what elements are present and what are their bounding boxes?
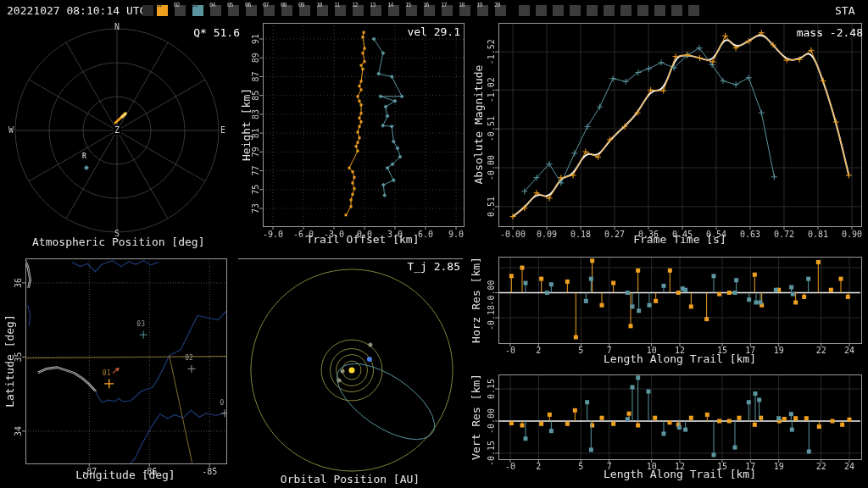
frame-box-number: 17	[441, 3, 446, 8]
panel-horz-residuals	[468, 252, 868, 363]
frame-box-extra-5[interactable]	[587, 5, 598, 16]
frame-box-extra-1[interactable]	[519, 5, 530, 16]
frame-box-04[interactable]: 04	[210, 5, 221, 16]
frame-box-01[interactable]: 01	[157, 5, 168, 16]
panel-orbital-position	[238, 252, 464, 488]
frame-box-19[interactable]: 19	[477, 5, 488, 16]
panel-absolute-magnitude	[468, 21, 868, 252]
frame-box-number: 06	[245, 3, 250, 8]
frame-box-number: 12	[352, 3, 357, 8]
frame-box-number: 15	[405, 3, 410, 8]
frame-box-15[interactable]: 15	[406, 5, 417, 16]
frame-box-number: 02	[174, 3, 179, 8]
frame-box-number: 20	[494, 3, 499, 8]
frame-box-extra-4[interactable]	[570, 5, 581, 16]
frame-box-number: 03	[192, 3, 197, 8]
frame-box-08[interactable]: 08	[281, 5, 292, 16]
frame-box-14[interactable]: 14	[388, 5, 399, 16]
frame-box-extra-9[interactable]	[654, 5, 665, 16]
frame-box-extra-8[interactable]	[637, 5, 648, 16]
frame-box-16[interactable]: 16	[424, 5, 435, 16]
frame-box-05[interactable]: 05	[228, 5, 239, 16]
frame-box-18[interactable]: 18	[459, 5, 470, 16]
frame-box-11[interactable]: 11	[335, 5, 346, 16]
frame-box-extra-7[interactable]	[620, 5, 632, 16]
station-label: STA	[835, 4, 854, 17]
frame-box-extra-2[interactable]	[536, 5, 547, 16]
frame-box-03[interactable]: 03	[192, 5, 203, 16]
frame-box-extra-6[interactable]	[604, 5, 615, 16]
frame-box-number: 13	[370, 3, 375, 8]
frame-box-extra-10[interactable]	[671, 5, 682, 16]
frame-box-number: 11	[334, 3, 339, 8]
frame-box-number: 19	[476, 3, 481, 8]
panel-atmospheric-position	[0, 21, 241, 252]
frame-box-number: 08	[281, 3, 286, 8]
panel-ground-map	[0, 252, 237, 488]
frame-box-number: 10	[316, 3, 321, 8]
frame-box-06[interactable]: 06	[246, 5, 257, 16]
frame-box-12[interactable]: 12	[353, 5, 364, 16]
timestamp: 20221027 08:10:14 UTC	[7, 4, 146, 17]
frame-box-20[interactable]: 20	[495, 5, 506, 16]
frame-box-number: 16	[423, 3, 428, 8]
top-bar: 20221027 08:10:14 UTC 010203040506070809…	[0, 0, 868, 21]
frame-box-number: 18	[459, 3, 464, 8]
frame-box-09[interactable]: 09	[299, 5, 310, 16]
frame-box-17[interactable]: 17	[442, 5, 453, 16]
frame-box-number: 09	[298, 3, 303, 8]
frame-box-10[interactable]: 10	[317, 5, 328, 16]
frame-box-07[interactable]: 07	[264, 5, 275, 16]
frame-box-extra-11[interactable]	[688, 5, 699, 16]
frame-box-number: 01	[156, 3, 161, 8]
frame-box-number: 04	[209, 3, 214, 8]
frame-box-number: 05	[227, 3, 232, 8]
frame-box-extra-3[interactable]	[553, 5, 564, 16]
frame-box-13[interactable]: 13	[370, 5, 381, 16]
app-screen: 20221027 08:10:14 UTC 010203040506070809…	[0, 0, 868, 488]
panel-trail-offset	[238, 21, 464, 252]
frame-box-blank[interactable]	[142, 5, 153, 16]
frame-box-02[interactable]: 02	[175, 5, 186, 16]
frame-box-number: 14	[387, 3, 392, 8]
panel-vert-residuals	[468, 366, 868, 488]
frame-box-number: 07	[263, 3, 268, 8]
